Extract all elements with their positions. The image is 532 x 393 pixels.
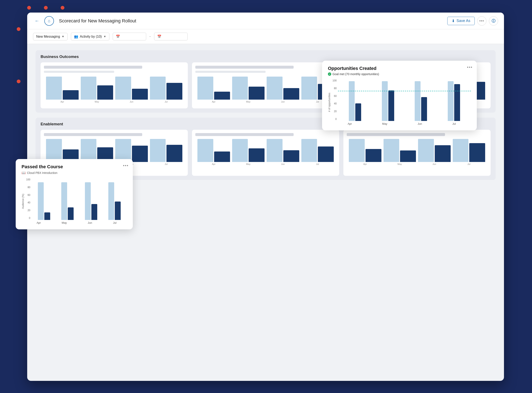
bar-light [301, 77, 317, 100]
back-arrow-icon: ← [35, 18, 39, 24]
chart1-bar-group-1: Apr [46, 77, 79, 103]
date-start-input[interactable]: 📅 [113, 33, 146, 40]
opportunities-more-button[interactable]: ••• [467, 65, 473, 70]
course-chart-area: Audience (%) 100 80 60 40 20 0 [22, 178, 127, 224]
echart2-bar-group-4: Jul [301, 139, 334, 165]
x-label-jun: Jun [418, 122, 422, 125]
messaging-dropdown[interactable]: New Messaging ▼ [33, 33, 68, 40]
date-end-input[interactable]: 📅 [154, 33, 188, 40]
bar-label: May [246, 163, 251, 165]
bar-dark [283, 88, 299, 100]
course-more-button[interactable]: ••• [123, 163, 129, 168]
course-bar-apr [34, 178, 54, 220]
bar-light [150, 77, 166, 100]
course-bar-stack-jun [81, 182, 102, 220]
course-bar-dark-apr [44, 212, 50, 220]
bar-light [115, 139, 131, 162]
bar-label: May [397, 163, 402, 165]
opportunities-card-title: Opportunities Created [328, 66, 471, 71]
course-bar-stack-apr [34, 182, 54, 220]
bar-dark [166, 83, 182, 100]
chart1-bar-group-3: Jun [115, 77, 148, 103]
decorative-dot-2 [44, 6, 48, 10]
course-bar-light-apr [38, 182, 44, 220]
business-chart-1: Apr May [41, 62, 188, 108]
bar-light [81, 77, 97, 100]
opp-bar-stack-jul [439, 81, 469, 121]
save-icon: ⬇ [452, 19, 455, 23]
opportunities-y-ticks: 100 80 60 40 20 0 [333, 79, 338, 121]
bar-dark [400, 150, 416, 162]
page-title: Scorecard for New Messaging Rollout [59, 18, 444, 24]
course-bar-dark-jun [91, 204, 97, 220]
echart2-bar-group-1: Apr [197, 139, 230, 165]
chart1-sub-placeholder [44, 71, 114, 73]
toolbar: New Messaging ▼ 👥 Activity by (10) ▼ 📅 -… [27, 29, 504, 44]
opportunities-created-card: ••• Opportunities Created Goal met (70 m… [322, 61, 477, 130]
bar-dark [132, 89, 148, 100]
business-chart-2: Apr May [192, 62, 339, 108]
bar-dark [214, 92, 230, 100]
decorative-dot-3 [61, 6, 64, 10]
opp-bar-dark-jul [454, 84, 460, 121]
activity-dropdown[interactable]: 👥 Activity by (10) ▼ [71, 33, 109, 40]
echart1-title-placeholder [44, 133, 142, 136]
decorative-dot-1 [27, 6, 31, 10]
echart3-bar-group-2: May [383, 139, 416, 165]
header-bar: ← ⌂ Scorecard for New Messaging Rollout … [27, 13, 504, 29]
course-bar-dark-may [68, 207, 74, 220]
bar-label: Jun [281, 100, 285, 103]
bar-light [46, 139, 62, 162]
save-as-label: Save As [456, 19, 470, 23]
home-icon: ⌂ [48, 18, 50, 23]
course-bar-jul [104, 178, 125, 220]
chevron-down-icon-2: ▼ [103, 35, 106, 38]
goal-text: Goal met (70 monthly opportunities) [333, 72, 379, 76]
bar-dark [214, 152, 230, 162]
opp-bar-dark-may [388, 90, 394, 121]
opp-bar-light-jun [415, 81, 421, 121]
chart2-sub-placeholder [195, 71, 266, 73]
bar-light [197, 139, 213, 162]
chart2-bars: Apr May [195, 76, 336, 103]
bar-light [232, 139, 248, 162]
opp-bar-dark-apr [355, 103, 361, 121]
bar-dark [249, 148, 265, 162]
bar-dark [63, 90, 79, 100]
opportunities-y-axis-label: # of opportunities [328, 79, 331, 125]
course-x-label-jul: Jul [113, 221, 116, 224]
back-button[interactable]: ← [33, 17, 41, 25]
chart1-bars: Apr May [44, 76, 184, 103]
book-icon: 📖 [22, 171, 26, 175]
bar-label: Jun [432, 163, 436, 165]
more-options-button[interactable]: ••• [477, 16, 486, 25]
bar-light [267, 139, 282, 162]
echart3-bars: Apr May [347, 138, 487, 165]
home-button[interactable]: ⌂ [44, 16, 54, 26]
bar-light [46, 77, 62, 100]
header-actions: ⬇ Save As ••• ⓘ [447, 16, 498, 25]
bar-label: Jul [316, 163, 319, 165]
opportunities-bars-area [338, 79, 471, 121]
bar-dark [283, 150, 299, 162]
bar-label: Jul [164, 100, 168, 103]
opp-bar-light-jul [448, 81, 454, 121]
chart2-title-placeholder [195, 66, 294, 69]
bar-light [150, 139, 166, 162]
course-bar-jun [81, 178, 102, 220]
bar-label: Apr [212, 100, 215, 103]
bar-label: Apr [60, 100, 64, 103]
course-subtitle-text: Cloud PBX Introduction [27, 171, 58, 175]
bar-light [349, 139, 365, 162]
info-button[interactable]: ⓘ [489, 16, 498, 25]
chart1-bar-group-4: Jul [150, 77, 183, 103]
goal-line [338, 91, 471, 91]
bar-light [267, 77, 282, 100]
calendar-start-icon: 📅 [116, 34, 120, 39]
course-chart-inner: 100 80 60 40 20 0 [26, 178, 127, 224]
bar-label: Jul [164, 163, 168, 165]
course-x-label-jun: Jun [88, 221, 92, 224]
bar-light [115, 77, 131, 100]
save-as-button[interactable]: ⬇ Save As [447, 17, 475, 25]
course-bar-may [57, 178, 78, 220]
